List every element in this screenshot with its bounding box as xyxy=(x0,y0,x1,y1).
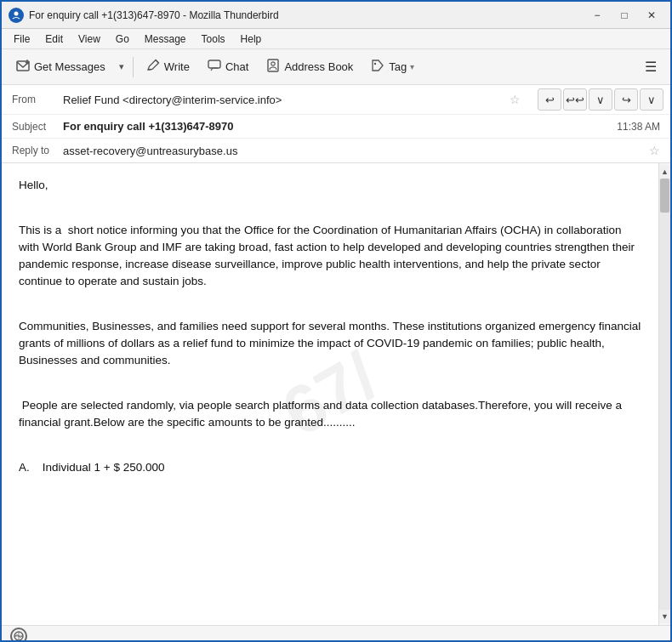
scroll-track[interactable] xyxy=(659,179,670,610)
reply-to-label: Reply to xyxy=(12,145,63,156)
write-button[interactable]: Write xyxy=(139,54,196,81)
toolbar-divider-1 xyxy=(133,57,134,77)
svg-point-1 xyxy=(14,11,19,15)
subject-label: Subject xyxy=(12,121,63,133)
maximize-button[interactable]: □ xyxy=(612,6,636,25)
hamburger-menu-button[interactable]: ☰ xyxy=(638,54,663,81)
menu-help[interactable]: Help xyxy=(234,31,269,47)
connection-status-icon xyxy=(10,628,27,643)
status-bar xyxy=(2,625,670,642)
prev-message-button[interactable]: ∨ xyxy=(589,88,612,111)
window-controls: − □ ✕ xyxy=(585,6,663,25)
menu-tools[interactable]: Tools xyxy=(195,31,232,47)
from-star-icon[interactable]: ☆ xyxy=(510,93,521,106)
email-para-4: People are selected randomly, via people… xyxy=(19,397,641,432)
address-book-icon xyxy=(265,58,281,76)
more-nav-button[interactable]: ∨ xyxy=(640,88,663,111)
reply-button[interactable]: ↩ xyxy=(538,88,561,111)
email-time: 11:38 AM xyxy=(617,121,660,133)
from-row: From Relief Fund <directory@interim-serv… xyxy=(2,85,531,114)
menu-bar: File Edit View Go Message Tools Help xyxy=(2,29,670,49)
write-icon xyxy=(145,58,161,76)
svg-point-5 xyxy=(271,62,275,65)
reply-to-star-icon[interactable]: ☆ xyxy=(649,144,660,157)
svg-point-6 xyxy=(374,63,376,65)
address-book-button[interactable]: Address Book xyxy=(259,54,360,81)
close-button[interactable]: ✕ xyxy=(640,6,663,25)
email-header: From Relief Fund <directory@interim-serv… xyxy=(2,85,670,163)
menu-file[interactable]: File xyxy=(7,31,37,47)
scroll-thumb[interactable] xyxy=(660,179,669,213)
menu-go[interactable]: Go xyxy=(109,31,136,47)
write-label: Write xyxy=(164,60,190,73)
minimize-button[interactable]: − xyxy=(585,6,609,25)
get-messages-label: Get Messages xyxy=(34,60,105,73)
scroll-up-arrow[interactable]: ▲ xyxy=(659,165,671,179)
svg-rect-3 xyxy=(208,60,220,68)
window-title: For enquiry call +1(313)647-8970 - Mozil… xyxy=(29,9,585,21)
toolbar: Get Messages ▾ Write Chat xyxy=(2,49,670,85)
tag-label: Tag xyxy=(389,60,407,73)
email-para-5: A. Individual 1 + $ 250.000 xyxy=(19,459,641,476)
reply-to-value: asset-recovery@untreasurybase.us xyxy=(63,145,644,157)
from-label: From xyxy=(12,94,63,105)
from-value: Relief Fund <directory@interim-service.i… xyxy=(63,94,504,106)
reply-all-button[interactable]: ↩↩ xyxy=(563,88,587,111)
email-body: 67/ Hello, This is a short notice inform… xyxy=(2,163,658,625)
forward-button[interactable]: ↪ xyxy=(614,88,638,111)
email-para-2: This is a short notice informing you tha… xyxy=(19,222,641,291)
chat-label: Chat xyxy=(225,60,248,73)
get-messages-icon xyxy=(15,58,31,77)
email-para-1: Hello, xyxy=(19,177,641,194)
tag-dropdown-icon: ▾ xyxy=(410,62,414,71)
scroll-down-arrow[interactable]: ▼ xyxy=(659,610,671,623)
get-messages-button[interactable]: Get Messages xyxy=(9,54,112,81)
get-messages-dropdown[interactable]: ▾ xyxy=(116,54,128,81)
subject-value: For enquiry call +1(313)647-8970 xyxy=(63,120,617,133)
reply-to-row: Reply to asset-recovery@untreasurybase.u… xyxy=(2,139,670,162)
scrollbar[interactable]: ▲ ▼ xyxy=(658,163,670,625)
menu-edit[interactable]: Edit xyxy=(38,31,70,47)
email-para-3: Communities, Businesses, and families ne… xyxy=(19,318,641,370)
email-body-container: 67/ Hello, This is a short notice inform… xyxy=(2,163,670,625)
tag-icon xyxy=(370,58,385,76)
navigation-buttons: ↩ ↩↩ ∨ ↪ ∨ xyxy=(531,85,670,114)
chat-icon xyxy=(207,58,222,76)
subject-row: Subject For enquiry call +1(313)647-8970… xyxy=(2,115,670,139)
tag-button[interactable]: Tag ▾ xyxy=(363,54,421,81)
address-book-label: Address Book xyxy=(284,60,353,73)
chat-button[interactable]: Chat xyxy=(200,54,255,81)
menu-message[interactable]: Message xyxy=(138,31,193,47)
title-bar: For enquiry call +1(313)647-8970 - Mozil… xyxy=(2,2,670,29)
app-icon xyxy=(9,8,24,23)
menu-view[interactable]: View xyxy=(71,31,107,47)
